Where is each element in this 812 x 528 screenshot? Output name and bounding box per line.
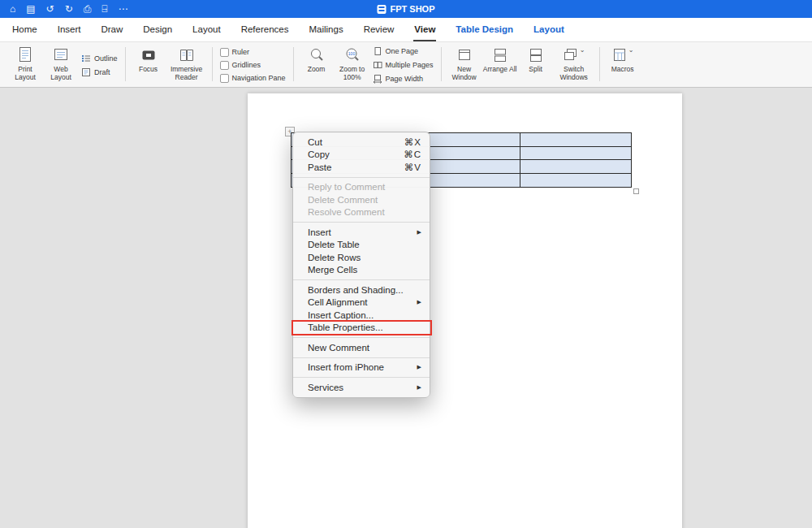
- tab-layout[interactable]: Layout: [192, 18, 222, 41]
- split-button[interactable]: Split: [519, 44, 553, 74]
- tab-table-layout[interactable]: Layout: [533, 18, 565, 41]
- split-icon: [528, 46, 544, 64]
- home-icon[interactable]: ⌂: [10, 0, 15, 18]
- tab-draw[interactable]: Draw: [100, 18, 123, 41]
- document-title: FPT SHOP: [390, 4, 434, 14]
- print-layout-label: Print Layout: [8, 66, 42, 82]
- tab-mailings[interactable]: Mailings: [308, 18, 343, 41]
- outline-icon: [81, 54, 91, 63]
- menu-item-paste[interactable]: Paste ⌘V: [293, 161, 430, 174]
- zoom-100-button[interactable]: 100 Zoom to 100%: [335, 44, 369, 82]
- tab-table-design[interactable]: Table Design: [455, 18, 514, 41]
- undo-icon[interactable]: ↺: [46, 0, 54, 18]
- menu-item-cell-alignment[interactable]: Cell Alignment ▶: [293, 296, 430, 309]
- web-layout-button[interactable]: Web Layout: [44, 44, 78, 82]
- outline-label: Outline: [94, 54, 118, 63]
- menu-item-reply-to-comment: Reply to Comment: [293, 181, 430, 194]
- menu-item-shortcut: ⌘X: [404, 136, 421, 148]
- tab-references[interactable]: References: [240, 18, 290, 41]
- table-cell[interactable]: [520, 133, 631, 147]
- save-icon[interactable]: ▤: [26, 0, 35, 18]
- navigation-pane-checkbox[interactable]: Navigation Pane: [220, 74, 286, 83]
- zoom-100-label: Zoom to 100%: [335, 66, 369, 82]
- table-cell[interactable]: [520, 147, 631, 161]
- gridlines-checkbox-box[interactable]: [220, 61, 229, 70]
- menu-separator: [293, 177, 430, 178]
- ribbon-group-show: Ruler Gridlines Navigation Pane: [215, 43, 291, 85]
- table-cell[interactable]: [520, 174, 631, 188]
- menu-item-delete-table[interactable]: Delete Table: [293, 239, 430, 252]
- zoom-button[interactable]: Zoom: [300, 44, 334, 74]
- one-page-button[interactable]: One Page: [373, 46, 434, 56]
- macros-icon: [611, 46, 628, 64]
- switch-windows-button[interactable]: ⌄ Switch Windows: [555, 44, 594, 82]
- redo-icon[interactable]: ↻: [65, 0, 73, 18]
- macros-dropdown-icon[interactable]: ⌄: [628, 46, 634, 54]
- submenu-arrow-icon: ▶: [417, 384, 421, 391]
- menu-item-insert-from-iphone[interactable]: Insert from iPhone ▶: [293, 361, 430, 374]
- menu-separator: [293, 279, 430, 280]
- menu-item-shortcut: ⌘C: [404, 149, 421, 160]
- ruler-checkbox-box[interactable]: [220, 48, 229, 57]
- macros-button[interactable]: ⌄ Macros: [606, 44, 640, 74]
- menu-item-merge-cells[interactable]: Merge Cells: [293, 264, 430, 277]
- menu-item-new-comment[interactable]: New Comment: [293, 341, 430, 354]
- tab-review[interactable]: Review: [363, 18, 395, 41]
- ruler-checkbox[interactable]: Ruler: [220, 48, 286, 57]
- print-icon[interactable]: ⎙: [84, 0, 92, 18]
- svg-text:100: 100: [348, 51, 355, 56]
- arrange-all-button[interactable]: Arrange All: [483, 44, 517, 74]
- one-page-icon: [373, 46, 382, 56]
- switch-windows-icon: [563, 46, 579, 64]
- outline-button[interactable]: Outline: [81, 54, 118, 63]
- tab-design[interactable]: Design: [142, 18, 173, 41]
- menu-item-shortcut: ⌘V: [404, 162, 421, 173]
- gridlines-checkbox[interactable]: Gridlines: [220, 61, 286, 70]
- menu-item-label: Resolve Comment: [308, 207, 421, 217]
- ribbon-tab-bar: Home Insert Draw Design Layout Reference…: [0, 18, 812, 42]
- menu-item-label: Services: [308, 383, 411, 392]
- menu-item-services[interactable]: Services ▶: [293, 381, 430, 394]
- tab-insert[interactable]: Insert: [57, 18, 82, 41]
- immersive-reader-label: Immersive Reader: [167, 66, 206, 82]
- split-label: Split: [529, 66, 542, 74]
- menu-item-cut[interactable]: Cut ⌘X: [293, 136, 430, 149]
- menu-item-insert-caption[interactable]: Insert Caption...: [293, 309, 430, 322]
- table-resize-handle[interactable]: [633, 188, 639, 194]
- navigation-pane-checkbox-box[interactable]: [220, 74, 229, 83]
- tab-view[interactable]: View: [413, 18, 436, 41]
- table-cell[interactable]: [520, 160, 631, 174]
- switch-windows-dropdown-icon[interactable]: ⌄: [580, 46, 585, 54]
- context-menu: Cut ⌘X Copy ⌘C Paste ⌘V Reply to Comment…: [292, 132, 430, 398]
- print-layout-icon: [17, 46, 33, 64]
- new-window-button[interactable]: New Window: [447, 44, 482, 82]
- more-icon[interactable]: ⋯: [119, 0, 128, 18]
- draft-button[interactable]: Draft: [81, 67, 118, 77]
- focus-button[interactable]: Focus: [132, 44, 166, 74]
- one-page-label: One Page: [386, 47, 419, 55]
- menu-item-label: Delete Rows: [308, 253, 421, 262]
- multiple-pages-button[interactable]: Multiple Pages: [373, 60, 434, 70]
- share-icon[interactable]: ⍈: [102, 0, 107, 18]
- views-small-buttons: Outline Draft: [80, 44, 119, 86]
- document-area: + Cut ⌘X Copy ⌘C Paste ⌘V Reply to: [0, 88, 812, 528]
- menu-item-delete-rows[interactable]: Delete Rows: [293, 251, 430, 264]
- menu-item-label: Cut: [308, 137, 398, 147]
- web-layout-label: Web Layout: [44, 66, 78, 82]
- ribbon-group-views: Print Layout Web Layout Outline Draft: [5, 43, 123, 85]
- menu-item-table-properties[interactable]: Table Properties...: [293, 322, 430, 335]
- navigation-pane-label: Navigation Pane: [232, 74, 286, 82]
- submenu-arrow-icon: ▶: [417, 229, 421, 236]
- zoom-icon: [309, 46, 325, 64]
- submenu-arrow-icon: ▶: [417, 364, 421, 370]
- menu-item-label: Reply to Comment: [308, 182, 421, 192]
- tab-home[interactable]: Home: [11, 18, 38, 41]
- menu-item-borders-and-shading[interactable]: Borders and Shading...: [293, 283, 430, 296]
- arrange-all-label: Arrange All: [483, 66, 517, 74]
- submenu-arrow-icon: ▶: [417, 299, 421, 305]
- menu-item-insert[interactable]: Insert ▶: [293, 226, 430, 239]
- menu-item-copy[interactable]: Copy ⌘C: [293, 149, 430, 162]
- page-width-button[interactable]: Page Width: [373, 74, 434, 84]
- print-layout-button[interactable]: Print Layout: [8, 44, 42, 82]
- immersive-reader-button[interactable]: Immersive Reader: [167, 44, 206, 82]
